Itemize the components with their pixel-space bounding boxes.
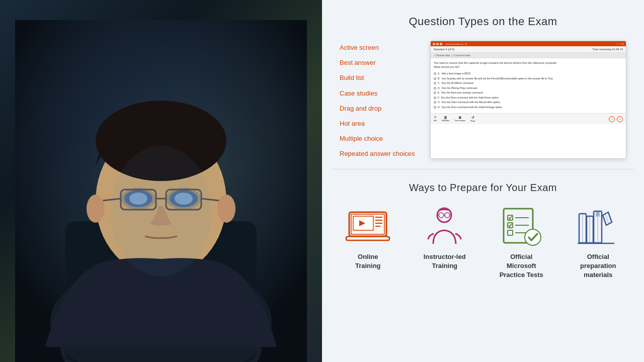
- right-panel: Question Types on the Exam Active screen…: [322, 0, 644, 362]
- exam-body: You need to ensure that the captured ima…: [431, 58, 626, 113]
- qt-hot-area[interactable]: Hot area: [340, 119, 420, 128]
- prepare-icons-row: OnlineTraining: [332, 206, 634, 280]
- exam-answer-e: E. Run the Dism.exe sysprep command.: [434, 91, 623, 95]
- practice-tests-label: OfficialMicrosoftPractice Tests: [500, 252, 543, 280]
- exam-next-arrow[interactable]: ›: [617, 116, 623, 122]
- question-types-section: Question Types on the Exam Active screen…: [322, 0, 644, 169]
- svg-point-43: [526, 230, 540, 244]
- exam-answer-a: A. Add a boot image in WDS.: [434, 72, 623, 75]
- exam-answer-f: F. Run the Dism command with the /Add-Dr…: [434, 96, 623, 100]
- exam-answer-h: H. Run the Dism command with the /Add-Pa…: [434, 106, 623, 109]
- prepare-item-online-training: OnlineTraining: [335, 206, 400, 270]
- svg-point-20: [111, 146, 211, 277]
- exam-nav-arrows: ‹ ›: [609, 116, 623, 122]
- svg-point-31: [445, 213, 450, 218]
- qt-active-screen[interactable]: Active screen: [340, 43, 420, 52]
- materials-icon: [576, 206, 621, 246]
- exam-answer-b: B. Use Sysprep with an answer file and s…: [434, 77, 623, 80]
- exam-answer-g: G. Run the Dism command with the /Mount-…: [434, 101, 623, 104]
- prepare-section: Ways to Prepare for Your Exam: [322, 169, 644, 363]
- instructor-icon: [422, 206, 467, 246]
- qt-multiple-choice[interactable]: Multiple choice: [340, 134, 420, 143]
- prepare-item-instructor: Instructor-ledTraining: [412, 206, 477, 270]
- qt-case-studies[interactable]: Case studies: [340, 89, 420, 98]
- question-types-title: Question Types on the Exam: [340, 15, 626, 28]
- svg-rect-40: [508, 230, 513, 235]
- exam-top-bar: Question 4 (of 9) Time remaining 01:40:1…: [431, 46, 626, 53]
- exam-footer: ? Info 🗑 Calculator 🖥 Color scheme ↺: [431, 113, 626, 124]
- qt-best-answer[interactable]: Best answer: [340, 58, 420, 67]
- online-training-icon: [345, 206, 390, 246]
- exam-time-remaining: Time remaining 01:40:13: [592, 48, 623, 51]
- prepare-title: Ways to Prepare for Your Exam: [332, 182, 634, 194]
- qt-build-list[interactable]: Build list: [340, 73, 420, 82]
- exam-answer-d: D. Run the PEImg /Prep command.: [434, 86, 623, 90]
- instructor-label: Instructor-ledTraining: [424, 252, 466, 270]
- exam-toolbar: ◁ Review later □ Comment later: [431, 53, 626, 58]
- qt-drag-and-drop[interactable]: Drag and drop: [340, 104, 420, 113]
- qt-repeated-answer-choices[interactable]: Repeated answer choices: [340, 149, 420, 158]
- exam-footer-icons: ? Info 🗑 Calculator 🖥 Color scheme ↺: [434, 116, 475, 122]
- question-types-list: Active screen Best answer Build list Cas…: [340, 41, 420, 159]
- svg-point-18: [87, 195, 105, 223]
- practice-tests-icon: [499, 206, 544, 246]
- svg-point-19: [217, 195, 235, 223]
- exam-question-text: You need to ensure that the captured ima…: [434, 61, 623, 69]
- svg-point-30: [439, 213, 444, 218]
- question-types-content: Active screen Best answer Build list Cas…: [340, 41, 626, 159]
- exam-prev-arrow[interactable]: ‹: [609, 116, 615, 122]
- photo-panel: [0, 0, 322, 362]
- prepare-item-practice-tests: OfficialMicrosoftPractice Tests: [489, 206, 554, 280]
- exam-answer-c: C. Run the BCDBoot command.: [434, 81, 623, 85]
- materials-label: Officialpreparationmaterials: [580, 252, 616, 280]
- exam-title-bar: exam.microsoft.com - IE — □ ✕: [431, 41, 626, 46]
- exam-question-number: Question 4 (of 9): [434, 48, 454, 51]
- prepare-item-materials: Officialpreparationmaterials: [566, 206, 631, 280]
- exam-screenshot: exam.microsoft.com - IE — □ ✕ Question 4…: [430, 41, 626, 159]
- online-training-label: OnlineTraining: [355, 252, 381, 270]
